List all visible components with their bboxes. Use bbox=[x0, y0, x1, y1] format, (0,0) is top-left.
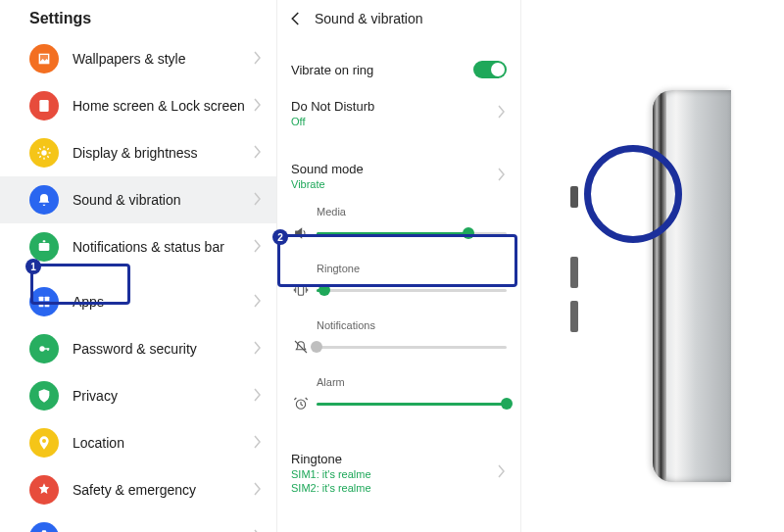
settings-item-privacy[interactable]: Privacy bbox=[0, 372, 276, 419]
home-lock-icon bbox=[29, 91, 59, 121]
emergency-icon bbox=[29, 475, 59, 505]
ringtone-sim2: SIM2: it's realme bbox=[291, 482, 371, 494]
sound-icon bbox=[29, 185, 59, 215]
svg-line-6 bbox=[39, 148, 40, 149]
vibrate-on-ring-row[interactable]: Vibrate on ring bbox=[277, 51, 520, 88]
battery-icon bbox=[29, 522, 59, 532]
sound-mode-value: Vibrate bbox=[291, 178, 364, 190]
alarm-icon bbox=[291, 394, 311, 413]
chevron-right-icon bbox=[253, 435, 263, 452]
chevron-right-icon bbox=[253, 192, 263, 209]
notifications-slider-label: Notifications bbox=[317, 319, 507, 331]
settings-item-label: Privacy bbox=[73, 388, 253, 404]
settings-item-location[interactable]: Location bbox=[0, 419, 276, 466]
sound-mode-label: Sound mode bbox=[291, 162, 364, 176]
svg-line-8 bbox=[47, 148, 48, 149]
phone-body bbox=[653, 90, 731, 482]
settings-item-wallpapers[interactable]: Wallpapers & style bbox=[0, 35, 276, 82]
volume-up-button-icon bbox=[570, 257, 578, 288]
svg-point-16 bbox=[39, 346, 44, 351]
svg-rect-11 bbox=[43, 240, 46, 242]
dnd-label: Do Not Disturb bbox=[291, 99, 374, 114]
vibrate-toggle[interactable] bbox=[473, 61, 507, 78]
chevron-right-icon bbox=[497, 105, 507, 121]
alarm-slider-block: Alarm bbox=[277, 370, 520, 427]
settings-item-label: Notifications & status bar bbox=[73, 239, 253, 255]
notifications-slider-block: Notifications bbox=[277, 314, 520, 370]
svg-point-1 bbox=[41, 150, 46, 155]
notifications-slider[interactable] bbox=[317, 346, 507, 349]
settings-item-home-lock[interactable]: Home screen & Lock screen bbox=[0, 82, 276, 129]
phone-illustration bbox=[574, 90, 731, 482]
dnd-row[interactable]: Do Not Disturb Off bbox=[277, 88, 520, 137]
sound-mode-row[interactable]: Sound mode Vibrate bbox=[277, 151, 520, 200]
media-slider-label: Media bbox=[317, 206, 507, 218]
settings-item-label: Password & security bbox=[73, 341, 253, 357]
svg-rect-10 bbox=[39, 243, 50, 251]
volume-down-button-icon bbox=[570, 301, 578, 332]
chevron-right-icon bbox=[253, 239, 263, 256]
svg-rect-18 bbox=[47, 348, 48, 351]
notification-icon bbox=[29, 232, 59, 262]
chevron-right-icon bbox=[253, 294, 263, 311]
dnd-value: Off bbox=[291, 116, 374, 127]
brightness-icon bbox=[29, 138, 59, 168]
phone-illustration-panel bbox=[521, 0, 784, 532]
settings-item-sound[interactable]: Sound & vibration bbox=[0, 176, 276, 223]
chevron-right-icon bbox=[253, 341, 263, 358]
lock-icon bbox=[29, 334, 59, 363]
callout-badge-2: 2 bbox=[272, 229, 288, 245]
settings-item-label: Display & brightness bbox=[73, 145, 253, 161]
ringtone-slider[interactable] bbox=[317, 289, 507, 292]
chevron-right-icon bbox=[253, 51, 263, 68]
chevron-right-icon bbox=[253, 98, 263, 115]
ringtone-section-title: Ringtone bbox=[291, 452, 342, 466]
callout-badge-1: 1 bbox=[25, 259, 41, 274]
circle-annotation bbox=[584, 145, 682, 243]
settings-item-label: Safety & emergency bbox=[73, 482, 253, 498]
mute-switch-icon bbox=[570, 186, 578, 208]
bell-off-icon bbox=[291, 337, 311, 357]
chevron-right-icon bbox=[497, 168, 507, 184]
callout-box-1: 1 bbox=[30, 264, 130, 305]
ringtone-sim1: SIM1: it's realme bbox=[291, 468, 371, 480]
alarm-slider[interactable] bbox=[317, 403, 507, 406]
chevron-right-icon bbox=[497, 464, 507, 481]
wallpaper-icon bbox=[29, 44, 59, 73]
settings-item-safety[interactable]: Safety & emergency bbox=[0, 466, 276, 513]
sound-header: Sound & vibration bbox=[277, 0, 520, 37]
svg-line-9 bbox=[39, 156, 40, 157]
settings-item-password[interactable]: Password & security bbox=[0, 325, 276, 372]
chevron-right-icon bbox=[253, 482, 263, 499]
privacy-icon bbox=[29, 381, 59, 411]
settings-item-label: Home screen & Lock screen bbox=[73, 98, 253, 114]
settings-item-label: Wallpapers & style bbox=[73, 51, 253, 67]
svg-rect-0 bbox=[39, 100, 48, 112]
settings-item-label: Sound & vibration bbox=[73, 192, 253, 208]
settings-item-label: Location bbox=[73, 435, 253, 451]
vibrate-label: Vibrate on ring bbox=[291, 63, 373, 77]
chevron-right-icon bbox=[253, 145, 263, 162]
alarm-slider-label: Alarm bbox=[317, 376, 507, 388]
svg-line-7 bbox=[47, 156, 48, 157]
callout-box-2: 2 bbox=[277, 234, 517, 287]
settings-title: Settings bbox=[0, 0, 276, 35]
sound-title: Sound & vibration bbox=[315, 11, 423, 26]
chevron-right-icon bbox=[253, 388, 263, 405]
settings-item-display[interactable]: Display & brightness bbox=[0, 129, 276, 176]
location-icon bbox=[29, 428, 59, 458]
chevron-right-icon bbox=[253, 529, 263, 533]
settings-item-battery[interactable]: Battery bbox=[0, 513, 276, 532]
back-button[interactable] bbox=[285, 8, 307, 29]
ringtone-section-row[interactable]: Ringtone SIM1: it's realme SIM2: it's re… bbox=[277, 441, 520, 504]
